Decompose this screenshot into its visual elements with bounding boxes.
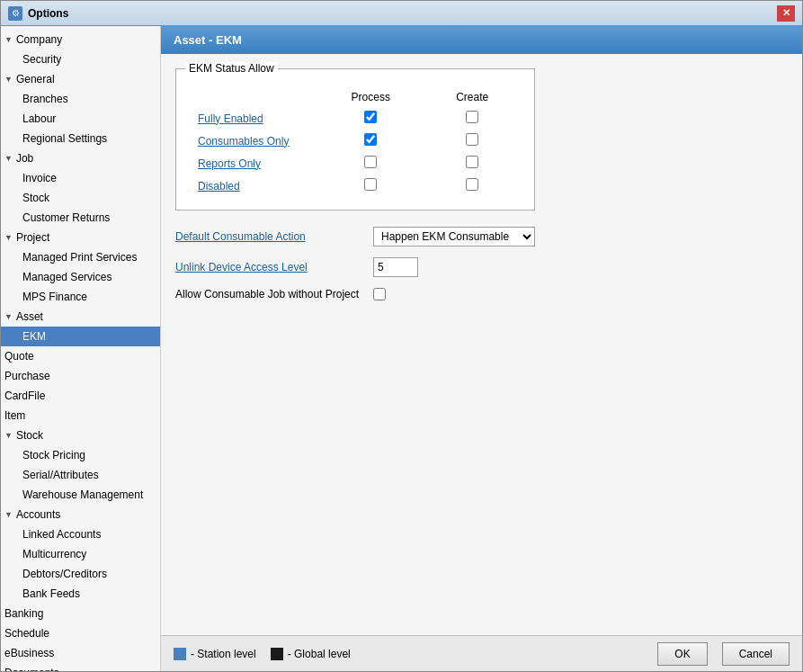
sidebar-item-stock-group[interactable]: ▼Stock [1,426,160,445]
sidebar-item-branches[interactable]: Branches [1,89,160,109]
sidebar-item-ebusiness[interactable]: eBusiness [1,643,160,663]
table-row: Disabled [191,175,520,197]
panel-body: EKM Status Allow Process Create Fully E [161,54,802,635]
sidebar-item-mps-finance[interactable]: MPS Finance [1,287,160,307]
sidebar-item-job[interactable]: ▼Job [1,148,160,168]
consumables-only-create-checkbox[interactable] [466,133,478,146]
main-panel: Asset - EKM EKM Status Allow Process Cre… [161,26,802,671]
sidebar-item-labour[interactable]: Labour [1,109,160,129]
window-title: Options [28,7,777,20]
unlink-row: Unlink Device Access Level [175,257,788,277]
sidebar-item-warehouse-management[interactable]: Warehouse Management [1,485,160,505]
disabled-create[interactable] [424,175,520,197]
sidebar-item-schedule[interactable]: Schedule [1,623,160,643]
sidebar-item-customer-returns[interactable]: Customer Returns [1,208,160,228]
process-header: Process [317,87,424,107]
sidebar-item-asset[interactable]: ▼Asset [1,307,160,327]
allow-consumable-row: Allow Consumable Job without Project [175,288,788,300]
station-level-legend: - Station level [174,648,256,660]
sidebar-item-security[interactable]: Security [1,49,160,69]
bottom-bar: - Station level - Global level OK Cancel [161,635,802,671]
fully-enabled-label[interactable]: Fully Enabled [191,107,317,130]
sidebar-item-regional-settings[interactable]: Regional Settings [1,129,160,148]
sidebar-item-documents[interactable]: Documents [1,663,160,671]
sidebar-item-general[interactable]: ▼General [1,69,160,89]
default-consumable-row: Default Consumable Action Happen EKM Con… [175,227,788,246]
ekm-status-title: EKM Status Allow [185,62,278,75]
options-window: ⚙ Options ✕ ▼Company Security ▼General B… [0,0,803,672]
sidebar-item-banking[interactable]: Banking [1,604,160,623]
sidebar-item-accounts[interactable]: ▼Accounts [1,505,160,524]
disabled-create-checkbox[interactable] [466,178,478,191]
sidebar-item-managed-services[interactable]: Managed Services [1,267,160,287]
reports-only-process-checkbox[interactable] [364,156,377,168]
sidebar-item-stock-pricing[interactable]: Stock Pricing [1,445,160,465]
reports-only-create-checkbox[interactable] [466,156,478,168]
global-level-box [271,648,283,660]
sidebar-item-company[interactable]: ▼Company [1,30,160,49]
ekm-table: Process Create Fully Enabled [191,87,520,197]
sidebar-item-multicurrency[interactable]: Multicurrency [1,544,160,564]
sidebar-item-quote[interactable]: Quote [1,346,160,366]
disabled-process[interactable] [317,175,424,197]
disabled-label[interactable]: Disabled [191,175,317,197]
station-level-label: - Station level [191,648,256,660]
consumables-only-create[interactable] [424,130,520,152]
ekm-status-group: EKM Status Allow Process Create Fully E [175,68,535,211]
fully-enabled-create-checkbox[interactable] [466,111,478,123]
disabled-process-checkbox[interactable] [364,178,377,191]
sidebar-item-serial-attributes[interactable]: Serial/Attributes [1,465,160,485]
sidebar-item-item[interactable]: Item [1,406,160,426]
default-consumable-select[interactable]: Happen EKM Consumable [373,227,535,246]
title-bar: ⚙ Options ✕ [1,1,802,26]
global-level-label: - Global level [288,648,351,660]
reports-only-label[interactable]: Reports Only [191,152,317,175]
sidebar-item-stock-job[interactable]: Stock [1,188,160,208]
sidebar-item-debtors-creditors[interactable]: Debtors/Creditors [1,564,160,584]
sidebar-item-linked-accounts[interactable]: Linked Accounts [1,524,160,544]
consumables-only-process[interactable] [317,130,424,152]
reports-only-create[interactable] [424,152,520,175]
table-row: Consumables Only [191,130,520,152]
unlink-input[interactable] [373,257,418,277]
sidebar-item-managed-print-services[interactable]: Managed Print Services [1,247,160,267]
sidebar: ▼Company Security ▼General Branches Labo… [1,26,161,671]
ok-button[interactable]: OK [657,642,707,666]
default-consumable-label[interactable]: Default Consumable Action [175,230,373,243]
table-row: Reports Only [191,152,520,175]
table-row: Fully Enabled [191,107,520,130]
station-level-box [174,648,186,660]
content-area: ▼Company Security ▼General Branches Labo… [1,26,802,671]
fully-enabled-process-checkbox[interactable] [364,111,377,123]
consumables-only-label[interactable]: Consumables Only [191,130,317,152]
sidebar-item-purchase[interactable]: Purchase [1,366,160,386]
unlink-label[interactable]: Unlink Device Access Level [175,261,373,273]
panel-header: Asset - EKM [161,26,802,54]
fully-enabled-process[interactable] [317,107,424,130]
fully-enabled-create[interactable] [424,107,520,130]
allow-consumable-label: Allow Consumable Job without Project [175,288,373,300]
reports-only-process[interactable] [317,152,424,175]
sidebar-item-ekm[interactable]: EKM [1,327,160,346]
sidebar-item-bank-feeds[interactable]: Bank Feeds [1,584,160,604]
sidebar-item-cardfile[interactable]: CardFile [1,386,160,406]
sidebar-item-project[interactable]: ▼Project [1,228,160,247]
window-icon: ⚙ [8,6,22,21]
sidebar-item-invoice[interactable]: Invoice [1,168,160,188]
global-level-legend: - Global level [271,648,351,660]
create-header: Create [424,87,520,107]
allow-consumable-checkbox[interactable] [373,288,386,300]
close-button[interactable]: ✕ [777,5,795,22]
consumables-only-process-checkbox[interactable] [364,133,377,146]
cancel-button[interactable]: Cancel [722,642,790,666]
